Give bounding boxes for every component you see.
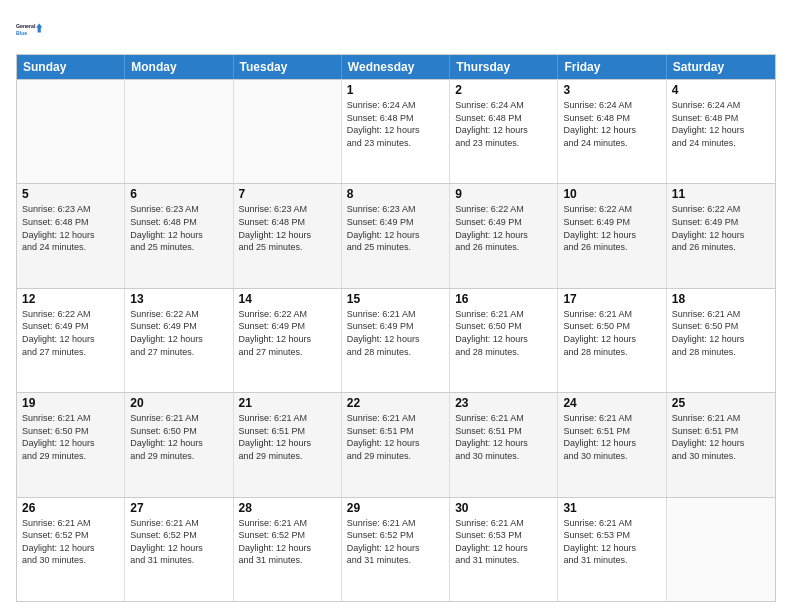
calendar-cell: 26Sunrise: 6:21 AM Sunset: 6:52 PM Dayli… bbox=[17, 498, 125, 601]
day-number: 2 bbox=[455, 83, 552, 97]
day-info: Sunrise: 6:22 AM Sunset: 6:49 PM Dayligh… bbox=[455, 203, 552, 253]
day-number: 20 bbox=[130, 396, 227, 410]
day-info: Sunrise: 6:23 AM Sunset: 6:48 PM Dayligh… bbox=[239, 203, 336, 253]
day-number: 4 bbox=[672, 83, 770, 97]
calendar-cell: 4Sunrise: 6:24 AM Sunset: 6:48 PM Daylig… bbox=[667, 80, 775, 183]
calendar-day-header: Sunday bbox=[17, 55, 125, 79]
day-number: 10 bbox=[563, 187, 660, 201]
day-number: 16 bbox=[455, 292, 552, 306]
day-info: Sunrise: 6:22 AM Sunset: 6:49 PM Dayligh… bbox=[672, 203, 770, 253]
calendar-day-header: Wednesday bbox=[342, 55, 450, 79]
day-info: Sunrise: 6:21 AM Sunset: 6:53 PM Dayligh… bbox=[563, 517, 660, 567]
calendar-cell: 29Sunrise: 6:21 AM Sunset: 6:52 PM Dayli… bbox=[342, 498, 450, 601]
calendar-week: 26Sunrise: 6:21 AM Sunset: 6:52 PM Dayli… bbox=[17, 497, 775, 601]
day-number: 9 bbox=[455, 187, 552, 201]
day-info: Sunrise: 6:23 AM Sunset: 6:48 PM Dayligh… bbox=[130, 203, 227, 253]
calendar-cell: 7Sunrise: 6:23 AM Sunset: 6:48 PM Daylig… bbox=[234, 184, 342, 287]
calendar-day-header: Thursday bbox=[450, 55, 558, 79]
day-info: Sunrise: 6:21 AM Sunset: 6:50 PM Dayligh… bbox=[455, 308, 552, 358]
day-info: Sunrise: 6:21 AM Sunset: 6:52 PM Dayligh… bbox=[130, 517, 227, 567]
day-info: Sunrise: 6:21 AM Sunset: 6:50 PM Dayligh… bbox=[130, 412, 227, 462]
day-number: 15 bbox=[347, 292, 444, 306]
calendar-week: 12Sunrise: 6:22 AM Sunset: 6:49 PM Dayli… bbox=[17, 288, 775, 392]
day-number: 8 bbox=[347, 187, 444, 201]
svg-text:General: General bbox=[16, 23, 36, 29]
day-number: 24 bbox=[563, 396, 660, 410]
calendar-cell: 10Sunrise: 6:22 AM Sunset: 6:49 PM Dayli… bbox=[558, 184, 666, 287]
day-number: 5 bbox=[22, 187, 119, 201]
day-info: Sunrise: 6:22 AM Sunset: 6:49 PM Dayligh… bbox=[130, 308, 227, 358]
logo-icon: GeneralBlue bbox=[16, 16, 44, 44]
day-info: Sunrise: 6:22 AM Sunset: 6:49 PM Dayligh… bbox=[239, 308, 336, 358]
calendar-cell-empty bbox=[234, 80, 342, 183]
calendar-cell: 20Sunrise: 6:21 AM Sunset: 6:50 PM Dayli… bbox=[125, 393, 233, 496]
day-info: Sunrise: 6:21 AM Sunset: 6:51 PM Dayligh… bbox=[563, 412, 660, 462]
day-info: Sunrise: 6:22 AM Sunset: 6:49 PM Dayligh… bbox=[563, 203, 660, 253]
day-info: Sunrise: 6:21 AM Sunset: 6:51 PM Dayligh… bbox=[455, 412, 552, 462]
calendar-day-header: Monday bbox=[125, 55, 233, 79]
day-info: Sunrise: 6:21 AM Sunset: 6:49 PM Dayligh… bbox=[347, 308, 444, 358]
day-number: 27 bbox=[130, 501, 227, 515]
calendar-cell: 31Sunrise: 6:21 AM Sunset: 6:53 PM Dayli… bbox=[558, 498, 666, 601]
calendar-header: SundayMondayTuesdayWednesdayThursdayFrid… bbox=[17, 55, 775, 79]
day-info: Sunrise: 6:24 AM Sunset: 6:48 PM Dayligh… bbox=[563, 99, 660, 149]
day-info: Sunrise: 6:21 AM Sunset: 6:50 PM Dayligh… bbox=[22, 412, 119, 462]
day-number: 25 bbox=[672, 396, 770, 410]
day-info: Sunrise: 6:21 AM Sunset: 6:51 PM Dayligh… bbox=[347, 412, 444, 462]
calendar-day-header: Tuesday bbox=[234, 55, 342, 79]
calendar-cell: 3Sunrise: 6:24 AM Sunset: 6:48 PM Daylig… bbox=[558, 80, 666, 183]
calendar-cell-empty bbox=[17, 80, 125, 183]
calendar-cell: 13Sunrise: 6:22 AM Sunset: 6:49 PM Dayli… bbox=[125, 289, 233, 392]
day-info: Sunrise: 6:21 AM Sunset: 6:50 PM Dayligh… bbox=[563, 308, 660, 358]
day-info: Sunrise: 6:24 AM Sunset: 6:48 PM Dayligh… bbox=[455, 99, 552, 149]
calendar-cell: 5Sunrise: 6:23 AM Sunset: 6:48 PM Daylig… bbox=[17, 184, 125, 287]
day-number: 13 bbox=[130, 292, 227, 306]
day-number: 18 bbox=[672, 292, 770, 306]
svg-marker-2 bbox=[36, 24, 42, 33]
day-number: 21 bbox=[239, 396, 336, 410]
calendar-cell: 11Sunrise: 6:22 AM Sunset: 6:49 PM Dayli… bbox=[667, 184, 775, 287]
day-info: Sunrise: 6:23 AM Sunset: 6:49 PM Dayligh… bbox=[347, 203, 444, 253]
day-number: 26 bbox=[22, 501, 119, 515]
day-number: 17 bbox=[563, 292, 660, 306]
calendar: SundayMondayTuesdayWednesdayThursdayFrid… bbox=[16, 54, 776, 602]
calendar-cell: 1Sunrise: 6:24 AM Sunset: 6:48 PM Daylig… bbox=[342, 80, 450, 183]
day-number: 29 bbox=[347, 501, 444, 515]
day-number: 6 bbox=[130, 187, 227, 201]
day-info: Sunrise: 6:22 AM Sunset: 6:49 PM Dayligh… bbox=[22, 308, 119, 358]
calendar-cell: 23Sunrise: 6:21 AM Sunset: 6:51 PM Dayli… bbox=[450, 393, 558, 496]
calendar-week: 5Sunrise: 6:23 AM Sunset: 6:48 PM Daylig… bbox=[17, 183, 775, 287]
header: GeneralBlue bbox=[16, 16, 776, 44]
logo: GeneralBlue bbox=[16, 16, 44, 44]
calendar-cell: 2Sunrise: 6:24 AM Sunset: 6:48 PM Daylig… bbox=[450, 80, 558, 183]
day-info: Sunrise: 6:23 AM Sunset: 6:48 PM Dayligh… bbox=[22, 203, 119, 253]
day-number: 31 bbox=[563, 501, 660, 515]
calendar-week: 19Sunrise: 6:21 AM Sunset: 6:50 PM Dayli… bbox=[17, 392, 775, 496]
day-info: Sunrise: 6:24 AM Sunset: 6:48 PM Dayligh… bbox=[672, 99, 770, 149]
calendar-cell-empty bbox=[125, 80, 233, 183]
day-info: Sunrise: 6:21 AM Sunset: 6:51 PM Dayligh… bbox=[672, 412, 770, 462]
calendar-week: 1Sunrise: 6:24 AM Sunset: 6:48 PM Daylig… bbox=[17, 79, 775, 183]
day-info: Sunrise: 6:21 AM Sunset: 6:53 PM Dayligh… bbox=[455, 517, 552, 567]
day-info: Sunrise: 6:24 AM Sunset: 6:48 PM Dayligh… bbox=[347, 99, 444, 149]
calendar-day-header: Friday bbox=[558, 55, 666, 79]
day-number: 7 bbox=[239, 187, 336, 201]
calendar-cell: 16Sunrise: 6:21 AM Sunset: 6:50 PM Dayli… bbox=[450, 289, 558, 392]
calendar-cell-empty bbox=[667, 498, 775, 601]
calendar-cell: 28Sunrise: 6:21 AM Sunset: 6:52 PM Dayli… bbox=[234, 498, 342, 601]
calendar-cell: 24Sunrise: 6:21 AM Sunset: 6:51 PM Dayli… bbox=[558, 393, 666, 496]
calendar-cell: 6Sunrise: 6:23 AM Sunset: 6:48 PM Daylig… bbox=[125, 184, 233, 287]
page: GeneralBlue SundayMondayTuesdayWednesday… bbox=[0, 0, 792, 612]
day-info: Sunrise: 6:21 AM Sunset: 6:52 PM Dayligh… bbox=[22, 517, 119, 567]
calendar-cell: 17Sunrise: 6:21 AM Sunset: 6:50 PM Dayli… bbox=[558, 289, 666, 392]
day-number: 14 bbox=[239, 292, 336, 306]
day-info: Sunrise: 6:21 AM Sunset: 6:52 PM Dayligh… bbox=[239, 517, 336, 567]
calendar-body: 1Sunrise: 6:24 AM Sunset: 6:48 PM Daylig… bbox=[17, 79, 775, 601]
calendar-cell: 18Sunrise: 6:21 AM Sunset: 6:50 PM Dayli… bbox=[667, 289, 775, 392]
day-number: 30 bbox=[455, 501, 552, 515]
day-number: 11 bbox=[672, 187, 770, 201]
calendar-cell: 9Sunrise: 6:22 AM Sunset: 6:49 PM Daylig… bbox=[450, 184, 558, 287]
calendar-cell: 14Sunrise: 6:22 AM Sunset: 6:49 PM Dayli… bbox=[234, 289, 342, 392]
day-info: Sunrise: 6:21 AM Sunset: 6:52 PM Dayligh… bbox=[347, 517, 444, 567]
day-number: 22 bbox=[347, 396, 444, 410]
